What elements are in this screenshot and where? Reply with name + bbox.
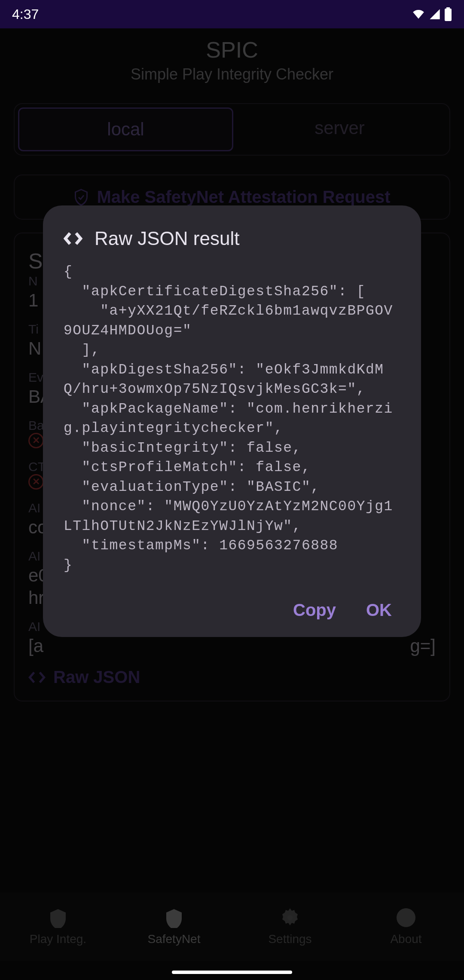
status-right — [412, 7, 452, 21]
svg-rect-1 — [446, 7, 450, 9]
wifi-icon — [412, 8, 425, 20]
code-icon — [64, 232, 82, 245]
status-bar: 4:37 — [0, 0, 464, 28]
dialog-title: Raw JSON result — [95, 228, 239, 249]
dialog-header: Raw JSON result — [64, 228, 400, 249]
raw-json-dialog: Raw JSON result { "apkCertificateDigestS… — [43, 205, 421, 637]
battery-icon — [444, 7, 452, 21]
ok-button[interactable]: OK — [366, 600, 392, 620]
status-time: 4:37 — [12, 6, 39, 22]
signal-icon — [429, 8, 441, 20]
copy-button[interactable]: Copy — [293, 600, 336, 620]
svg-rect-0 — [445, 9, 452, 21]
dialog-actions: Copy OK — [64, 600, 400, 620]
dialog-body: { "apkCertificateDigestSha256": [ "a+yXX… — [64, 262, 400, 576]
home-indicator[interactable] — [172, 971, 292, 974]
